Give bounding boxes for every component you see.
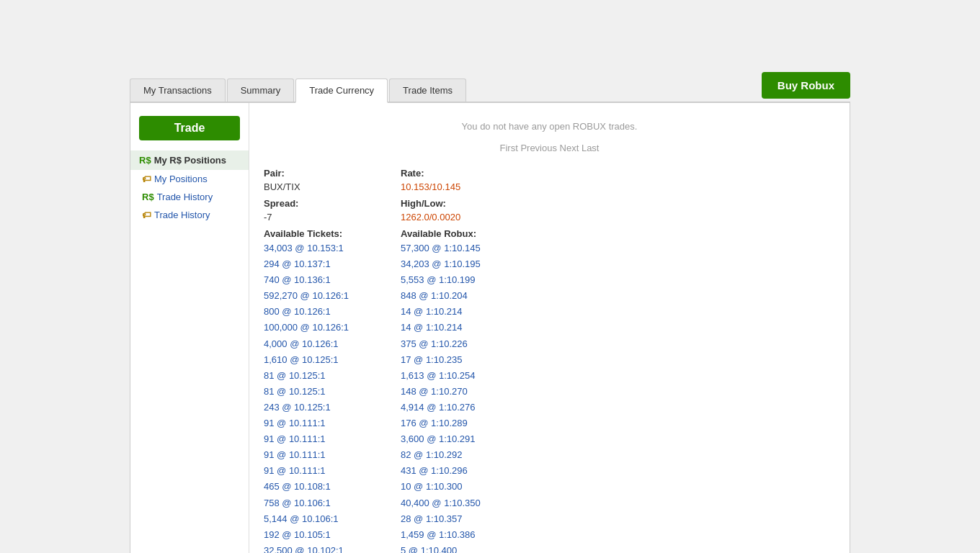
list-item[interactable]: 176 @ 1:10.289 <box>401 415 516 431</box>
trade-button[interactable]: Trade <box>139 116 240 140</box>
list-item[interactable]: 34,003 @ 10.153:1 <box>264 240 379 256</box>
list-item[interactable]: 800 @ 10.126:1 <box>264 304 379 320</box>
list-item[interactable]: 32,500 @ 10.102:1 <box>264 543 379 553</box>
list-item[interactable]: 592,270 @ 10.126:1 <box>264 288 379 304</box>
pair-value: BUX/TIX <box>264 181 379 192</box>
list-item[interactable]: 17 @ 1:10.235 <box>401 352 516 368</box>
list-item[interactable]: 57,300 @ 1:10.145 <box>401 240 516 256</box>
list-item[interactable]: 243 @ 10.125:1 <box>264 400 379 415</box>
high-low-section: High/Low: 1262.0/0.0020 <box>401 198 516 222</box>
list-item[interactable]: 4,914 @ 1:10.276 <box>401 400 516 415</box>
list-item[interactable]: 91 @ 10.111:1 <box>264 447 379 463</box>
list-item[interactable]: 148 @ 1:10.270 <box>401 384 516 400</box>
rate-label: Rate: <box>401 168 516 179</box>
robux-column: Rate: 10.153/10.145 High/Low: 1262.0/0.0… <box>401 168 516 553</box>
sidebar-link-my-positions[interactable]: 🏷 My Positions <box>130 170 249 188</box>
robux-icon-history: R$ <box>142 192 154 202</box>
list-item[interactable]: 34,203 @ 1:10.195 <box>401 256 516 272</box>
list-item[interactable]: 465 @ 10.108:1 <box>264 479 379 495</box>
spread-section: Spread: -7 <box>264 198 379 222</box>
tab-summary[interactable]: Summary <box>227 78 295 102</box>
main-content: You do not have any open ROBUX trades. F… <box>249 103 850 553</box>
list-item[interactable]: 91 @ 10.111:1 <box>264 415 379 431</box>
robux-icon: R$ <box>139 155 151 166</box>
tab-trade-currency[interactable]: Trade Currency <box>295 78 388 103</box>
tabs-and-buy-row: My Transactions Summary Trade Currency T… <box>130 72 850 103</box>
high-low-label: High/Low: <box>401 198 516 209</box>
tab-trade-items[interactable]: Trade Items <box>389 78 466 102</box>
list-item[interactable]: 3,600 @ 1:10.291 <box>401 431 516 447</box>
sidebar: Trade R$ My R$ Positions 🏷 My Positions … <box>130 103 249 553</box>
list-item[interactable]: 14 @ 1:10.214 <box>401 320 516 336</box>
available-robux-label: Available Robux: <box>401 228 516 239</box>
tickets-rows: 34,003 @ 10.153:1294 @ 10.137:1740 @ 10.… <box>264 240 379 553</box>
list-item[interactable]: 91 @ 10.111:1 <box>264 431 379 447</box>
list-item[interactable]: 28 @ 1:10.357 <box>401 511 516 527</box>
page-wrapper: My Transactions Summary Trade Currency T… <box>0 0 980 553</box>
list-item[interactable]: 192 @ 10.105:1 <box>264 527 379 543</box>
list-item[interactable]: 431 @ 1:10.296 <box>401 463 516 479</box>
list-item[interactable]: 100,000 @ 10.126:1 <box>264 320 379 336</box>
top-bar: My Transactions Summary Trade Currency T… <box>0 14 980 103</box>
list-item[interactable]: 14 @ 1:10.214 <box>401 304 516 320</box>
no-trades-message: You do not have any open ROBUX trades. <box>264 110 835 143</box>
list-item[interactable]: 40,400 @ 1:10.350 <box>401 495 516 511</box>
tab-my-transactions[interactable]: My Transactions <box>130 78 226 102</box>
available-robux-section: Available Robux: 57,300 @ 1:10.14534,203… <box>401 228 516 553</box>
list-item[interactable]: 848 @ 1:10.204 <box>401 288 516 304</box>
available-tickets-section: Available Tickets: 34,003 @ 10.153:1294 … <box>264 228 379 553</box>
list-item[interactable]: 81 @ 10.125:1 <box>264 368 379 384</box>
list-item[interactable]: 1,613 @ 1:10.254 <box>401 368 516 384</box>
sidebar-link-robux-trade-history[interactable]: R$ Trade History <box>130 188 249 206</box>
list-item[interactable]: 81 @ 10.125:1 <box>264 384 379 400</box>
list-item[interactable]: 294 @ 10.137:1 <box>264 256 379 272</box>
tix-icon-history: 🏷 <box>142 210 151 220</box>
list-item[interactable]: 5 @ 1:10.400 <box>401 543 516 553</box>
spread-label: Spread: <box>264 198 379 209</box>
list-item[interactable]: 91 @ 10.111:1 <box>264 463 379 479</box>
tickets-column: Pair: BUX/TIX Spread: -7 Available Ticke… <box>264 168 379 553</box>
list-item[interactable]: 10 @ 1:10.300 <box>401 479 516 495</box>
list-item[interactable]: 5,553 @ 1:10.199 <box>401 272 516 288</box>
high-low-value: 1262.0/0.0020 <box>401 212 516 222</box>
list-item[interactable]: 740 @ 10.136:1 <box>264 272 379 288</box>
tix-icon-positions: 🏷 <box>142 174 151 184</box>
list-item[interactable]: 1,610 @ 10.125:1 <box>264 352 379 368</box>
available-tickets-label: Available Tickets: <box>264 228 379 239</box>
tab-bar: My Transactions Summary Trade Currency T… <box>130 78 468 102</box>
list-item[interactable]: 758 @ 10.106:1 <box>264 495 379 511</box>
list-item[interactable]: 1,459 @ 1:10.386 <box>401 527 516 543</box>
list-item[interactable]: 5,144 @ 10.106:1 <box>264 511 379 527</box>
buy-robux-button[interactable]: Buy Robux <box>762 72 850 99</box>
pair-label: Pair: <box>264 168 379 179</box>
pagination: First Previous Next Last <box>264 143 835 161</box>
sidebar-link-tix-trade-history[interactable]: 🏷 Trade History <box>130 206 249 224</box>
list-item[interactable]: 82 @ 1:10.292 <box>401 447 516 463</box>
spread-value: -7 <box>264 212 379 222</box>
sidebar-section-robux-positions: R$ My R$ Positions <box>130 150 249 170</box>
rate-value: 10.153/10.145 <box>401 181 516 192</box>
list-item[interactable]: 375 @ 1:10.226 <box>401 336 516 352</box>
content-area: Trade R$ My R$ Positions 🏷 My Positions … <box>130 103 850 553</box>
robux-rows: 57,300 @ 1:10.14534,203 @ 1:10.1955,553 … <box>401 240 516 553</box>
trade-data: Pair: BUX/TIX Spread: -7 Available Ticke… <box>264 168 835 553</box>
list-item[interactable]: 4,000 @ 10.126:1 <box>264 336 379 352</box>
